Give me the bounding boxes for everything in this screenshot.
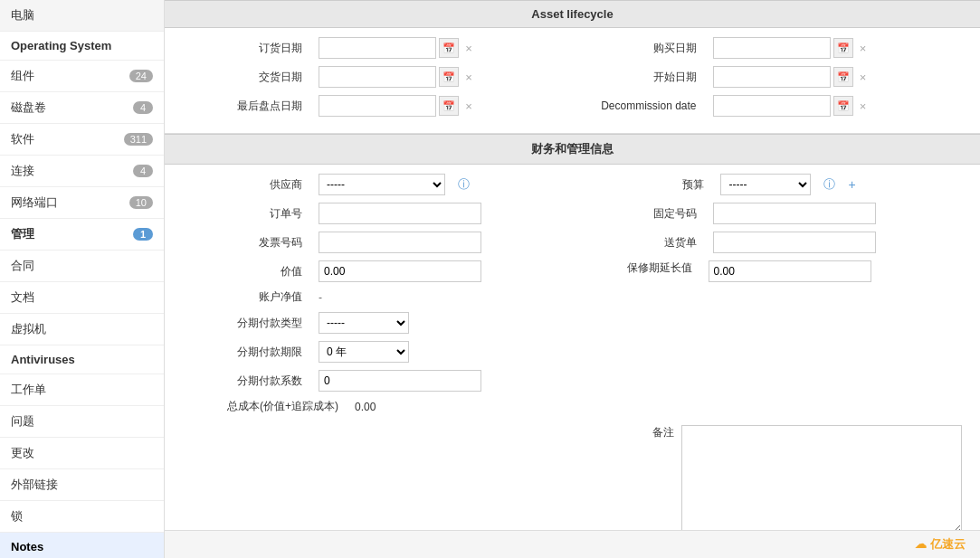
supplier-label: 供应商 [183, 177, 309, 193]
warranty-ext-label: 保修期延长值 [573, 260, 699, 276]
footer: ☁ 亿速云 [165, 530, 980, 558]
sidebar-item-workorder[interactable]: 工作单 [0, 374, 164, 406]
budget-plus-icon[interactable]: + [848, 177, 855, 192]
total-cost-value: 0.00 [355, 401, 376, 413]
orderno-input[interactable] [319, 203, 481, 224]
sidebar-item-label: Notes [11, 540, 43, 553]
order-purchase-row: 订货日期 📅 × 购买日期 📅 × [183, 37, 962, 59]
close-icon-start[interactable]: × [856, 70, 871, 84]
installment-coeff-input[interactable] [319, 370, 481, 392]
sidebar-item-vm[interactable]: 虚拟机 [0, 314, 164, 345]
main-content: Asset lifecycle 订货日期 📅 × 购买日期 📅 × 交货日期 [165, 0, 980, 558]
sidebar-item-lock[interactable]: 锁 [0, 501, 164, 533]
invoiceno-delivery-row: 发票号码 送货单 [183, 232, 962, 253]
sidebar-item-notes[interactable]: Notes [0, 533, 164, 558]
sidebar-item-label: 合同 [11, 258, 34, 274]
deliverynote-input[interactable] [713, 232, 876, 253]
inventory-decommission-row: 最后盘点日期 📅 × Decommission date 📅 × [183, 95, 962, 117]
invoiceno-label: 发票号码 [183, 235, 309, 251]
sidebar-item-contract[interactable]: 合同 [0, 251, 164, 282]
budget-info-icon[interactable]: ⓘ [823, 176, 835, 193]
sidebar-item-label: 电脑 [11, 7, 34, 24]
close-icon-purchase[interactable]: × [856, 41, 871, 55]
finance-header: 财务和管理信息 [165, 134, 980, 165]
order-date-field: 📅 × [319, 37, 476, 59]
sidebar-item-problem[interactable]: 问题 [0, 406, 164, 438]
logo: ☁ 亿速云 [915, 536, 966, 553]
account-value-display: - [319, 291, 322, 304]
start-date-label: 开始日期 [577, 70, 704, 85]
sidebar-badge-software: 311 [124, 133, 153, 146]
sidebar-badge-diskvolume: 4 [133, 101, 153, 114]
notes-left [183, 421, 555, 534]
decommission-input[interactable] [713, 95, 831, 117]
notes-textarea[interactable] [681, 425, 962, 534]
budget-label: 预算 [585, 177, 711, 193]
deliverynote-label: 送货单 [577, 235, 704, 251]
sidebar-item-label: 外部链接 [11, 477, 58, 493]
calendar-icon-start[interactable]: 📅 [833, 67, 853, 87]
account-value-label: 账户净值 [183, 289, 309, 305]
sidebar-item-label: Operating System [11, 39, 111, 52]
sidebar-item-connections[interactable]: 连接 4 [0, 156, 164, 187]
sidebar-item-label: 网络端口 [11, 194, 58, 211]
sidebar-item-label: 连接 [11, 163, 34, 179]
start-date-input[interactable] [713, 66, 831, 88]
last-inventory-label: 最后盘点日期 [183, 99, 309, 114]
warranty-ext-input[interactable] [709, 260, 871, 282]
fixedcode-input[interactable] [713, 203, 876, 224]
installment-term-label: 分期付款期限 [183, 345, 309, 360]
sidebar-item-change[interactable]: 更改 [0, 438, 164, 469]
finance-form: 供应商 ----- ⓘ 预算 ----- ⓘ + 订单号 固定号码 发票号码 [165, 165, 980, 558]
close-icon-decommission[interactable]: × [856, 99, 871, 113]
delivery-date-input[interactable] [319, 66, 436, 88]
sidebar-item-docs[interactable]: 文档 [0, 282, 164, 314]
sidebar-item-label: Antiviruses [11, 353, 75, 366]
installment-type-label: 分期付款类型 [183, 316, 309, 331]
sidebar-item-antiviruses[interactable]: Antiviruses [0, 345, 164, 374]
orderno-fixedcode-row: 订单号 固定号码 [183, 203, 962, 224]
sidebar-item-external[interactable]: 外部链接 [0, 469, 164, 501]
calendar-icon-delivery[interactable]: 📅 [439, 67, 459, 87]
notes-textarea-row: 备注 [183, 421, 962, 534]
sidebar-item-components[interactable]: 组件 24 [0, 61, 164, 92]
budget-select[interactable]: ----- [720, 174, 811, 195]
sidebar-item-computer[interactable]: 电脑 [0, 0, 164, 32]
purchase-date-input[interactable] [713, 37, 831, 59]
invoiceno-input[interactable] [319, 232, 481, 253]
close-icon-delivery[interactable]: × [461, 70, 476, 84]
last-inventory-input[interactable] [319, 95, 436, 117]
delivery-start-row: 交货日期 📅 × 开始日期 📅 × [183, 66, 962, 88]
logo-icon: ☁ [915, 537, 927, 551]
delivery-date-label: 交货日期 [183, 70, 309, 85]
sidebar-item-label: 软件 [11, 131, 34, 147]
sidebar-item-manage[interactable]: 管理 1 [0, 219, 164, 251]
sidebar-item-os[interactable]: Operating System [0, 32, 164, 61]
supplier-info-icon[interactable]: ⓘ [458, 176, 470, 193]
sidebar-item-label: 组件 [11, 68, 34, 84]
sidebar-item-diskvolume[interactable]: 磁盘卷 4 [0, 92, 164, 124]
sidebar-item-netports[interactable]: 网络端口 10 [0, 187, 164, 219]
calendar-icon-decommission[interactable]: 📅 [833, 96, 853, 116]
close-icon-inventory[interactable]: × [461, 99, 476, 113]
close-icon-order[interactable]: × [461, 41, 476, 55]
right-finance-col: 保修期延长值 [573, 260, 963, 421]
sidebar-item-label: 锁 [11, 508, 23, 525]
sidebar-item-label: 虚拟机 [11, 321, 46, 337]
supplier-select[interactable]: ----- [319, 174, 445, 195]
calendar-icon-purchase[interactable]: 📅 [833, 38, 853, 58]
calendar-icon-order[interactable]: 📅 [439, 38, 459, 58]
installment-type-select[interactable]: ----- [319, 312, 409, 334]
order-date-input[interactable] [319, 37, 436, 59]
value-input[interactable] [319, 260, 481, 282]
notes-right: 备注 [555, 421, 962, 534]
total-cost-label: 总成本(价值+追踪成本) [183, 399, 346, 414]
value-label: 价值 [183, 264, 309, 279]
last-inventory-field: 📅 × [319, 95, 476, 117]
asset-lifecycle-form: 订货日期 📅 × 购买日期 📅 × 交货日期 📅 × [165, 28, 980, 134]
asset-lifecycle-header: Asset lifecycle [165, 0, 980, 28]
calendar-icon-inventory[interactable]: 📅 [439, 96, 459, 116]
sidebar-item-software[interactable]: 软件 311 [0, 124, 164, 156]
installment-term-select[interactable]: 0 年 [319, 341, 409, 363]
sidebar-item-label: 工作单 [11, 382, 46, 398]
